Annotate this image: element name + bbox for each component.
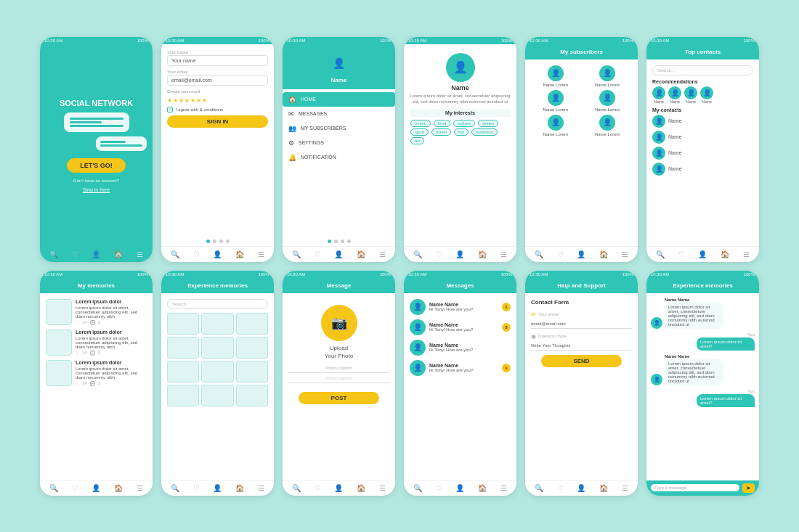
exp-search[interactable]: Search... (167, 299, 268, 309)
nav-heart[interactable]: ♡ (72, 250, 78, 258)
messages-icon: ✉ (288, 110, 294, 118)
nav-home3[interactable]: 🏠 (357, 250, 365, 258)
nav-h9[interactable]: ♡ (315, 484, 321, 492)
nav-home-2[interactable]: 🏠 (235, 250, 244, 258)
nav-menu-2[interactable]: ☰ (258, 250, 264, 258)
nav-m7[interactable]: ☰ (137, 484, 143, 492)
lets-go-button[interactable]: LET'S GO! (67, 158, 126, 173)
nav-s10[interactable]: 🔍 (413, 484, 422, 492)
tag-business[interactable]: business (471, 128, 498, 136)
exp-img-6 (236, 337, 268, 359)
menu-settings[interactable]: ⚙ SETTINGS (283, 136, 395, 150)
email-input[interactable]: email@email.com (167, 75, 268, 86)
nav-s4[interactable]: 🔍 (413, 250, 422, 258)
nav-h8[interactable]: ♡ (193, 484, 200, 492)
nav-user[interactable]: 👤 (92, 250, 100, 258)
nav-m8[interactable]: ☰ (258, 484, 264, 492)
nav-s7[interactable]: 🔍 (49, 484, 58, 492)
nav-home4[interactable]: 🏠 (478, 250, 487, 258)
tag-drinks[interactable]: drinks (478, 120, 498, 127)
nav-home5[interactable]: 🏠 (599, 250, 608, 258)
nav-h3[interactable]: ♡ (315, 250, 321, 258)
nav-s9[interactable]: 🔍 (292, 484, 301, 492)
nav-home[interactable]: 🏠 (114, 250, 123, 258)
nav-u5[interactable]: 👤 (577, 250, 585, 258)
nav-u7[interactable]: 👤 (92, 484, 100, 492)
nav-u6[interactable]: 👤 (698, 250, 707, 258)
menu-subscribers[interactable]: 👥 MY SUBSCRIBERS (283, 121, 395, 136)
nav-s6[interactable]: 🔍 (656, 250, 665, 258)
nav-h11[interactable]: ♡ (557, 484, 564, 492)
photo-caption-field[interactable]: Photo caption (288, 366, 389, 373)
menu-home[interactable]: 🏠 HOME (283, 92, 395, 107)
nav-m3[interactable]: ☰ (379, 250, 386, 258)
nav-h4[interactable]: ♡ (436, 250, 442, 258)
nav-s5[interactable]: 🔍 (535, 250, 543, 258)
nav-m5[interactable]: ☰ (622, 250, 628, 258)
msg-item-2[interactable]: 👤 Name Name Hi Tony! How are you? 3 (410, 319, 511, 335)
nav-m4[interactable]: ☰ (500, 250, 507, 258)
nav-heart-2[interactable]: ♡ (193, 250, 200, 258)
contact-avatar-1: 👤 (652, 115, 665, 128)
nav-h5[interactable]: ♡ (557, 250, 564, 258)
nav-u9[interactable]: 👤 (334, 484, 343, 492)
nav-home10[interactable]: 🏠 (478, 484, 487, 492)
thoughts-input[interactable]: Write Your Thoughts (531, 341, 632, 351)
terms-checkbox[interactable]: ✓ I agree with & conditions (167, 107, 268, 112)
status-battery-5: 100% (622, 38, 633, 43)
nav-u11[interactable]: 👤 (577, 484, 585, 492)
nav-m9[interactable]: ☰ (379, 484, 386, 492)
nav-u4[interactable]: 👤 (455, 250, 464, 258)
tag-music[interactable]: music (410, 120, 431, 127)
my-contacts-label: My contacts (652, 107, 753, 112)
nav-home9[interactable]: 🏠 (357, 484, 365, 492)
nav-s3[interactable]: 🔍 (292, 250, 301, 258)
nav-m11[interactable]: ☰ (622, 484, 628, 492)
photo-caption-placeholder[interactable]: Photo caption (288, 376, 389, 383)
signin-link[interactable]: Sing in here (83, 187, 110, 192)
nav-menu[interactable]: ☰ (137, 250, 143, 258)
nav-user-2[interactable]: 👤 (213, 250, 222, 258)
name-input[interactable]: Your name (167, 55, 268, 66)
nav-search-2[interactable]: 🔍 (171, 250, 179, 258)
nav-home11[interactable]: 🏠 (599, 484, 608, 492)
send-button[interactable]: SEND (541, 355, 622, 367)
phone-messages: 10:30 AM 100% Messages 👤 Name Name Hi To… (404, 271, 516, 496)
nav-m6[interactable]: ☰ (743, 250, 750, 258)
nav-h7[interactable]: ♡ (72, 484, 78, 492)
nav-h10[interactable]: ♡ (436, 484, 442, 492)
post-button[interactable]: POST (299, 392, 379, 404)
tag-culture[interactable]: culture (453, 120, 475, 127)
sub-4: 👤 Name Lorem (583, 90, 633, 112)
nav-home6[interactable]: 🏠 (721, 250, 729, 258)
nav-s8[interactable]: 🔍 (171, 484, 179, 492)
tag-food[interactable]: food (434, 120, 451, 127)
like-count-1: 14 (82, 320, 87, 324)
nav-search[interactable]: 🔍 (49, 250, 58, 258)
nav-u10[interactable]: 👤 (455, 484, 464, 492)
contacts-search[interactable]: Search... (652, 65, 753, 75)
upload-photo-btn[interactable]: 📷 (321, 305, 357, 341)
sign-in-button[interactable]: SIGN IN (167, 115, 268, 128)
menu-messages[interactable]: ✉ MESSAGES (283, 107, 395, 121)
menu-notification[interactable]: 🔔 NOTIFICATION (283, 150, 395, 165)
msg-item-3[interactable]: 👤 Name Name Hi Tony! How are you? (410, 340, 511, 356)
chat-send-button[interactable]: ➤ (742, 483, 755, 493)
nav-home7[interactable]: 🏠 (114, 484, 123, 492)
tag-art[interactable]: art (410, 137, 424, 144)
nav-s11[interactable]: 🔍 (535, 484, 543, 492)
tag-sport[interactable]: sport (410, 128, 429, 136)
nav-h6[interactable]: ♡ (678, 250, 685, 258)
msg-item-4[interactable]: 👤 Name Name Hi Tony! How are you? 1 (410, 360, 511, 376)
chat-avatar-1: 👤 (651, 317, 662, 329)
nav-home8[interactable]: 🏠 (235, 484, 244, 492)
chat-input[interactable]: Type a message (651, 484, 739, 491)
nav-u8[interactable]: 👤 (213, 484, 222, 492)
msg-item-1[interactable]: 👤 Name Name Hi Tony! How are you? 1 (410, 299, 511, 315)
msg-avatar-2: 👤 (410, 319, 426, 335)
nav-u3[interactable]: 👤 (334, 250, 343, 258)
nav-m10[interactable]: ☰ (500, 484, 507, 492)
tag-fun[interactable]: fun (454, 128, 469, 136)
email-form-input[interactable]: email@email.com (531, 319, 632, 329)
tag-travel[interactable]: travel (431, 128, 451, 136)
